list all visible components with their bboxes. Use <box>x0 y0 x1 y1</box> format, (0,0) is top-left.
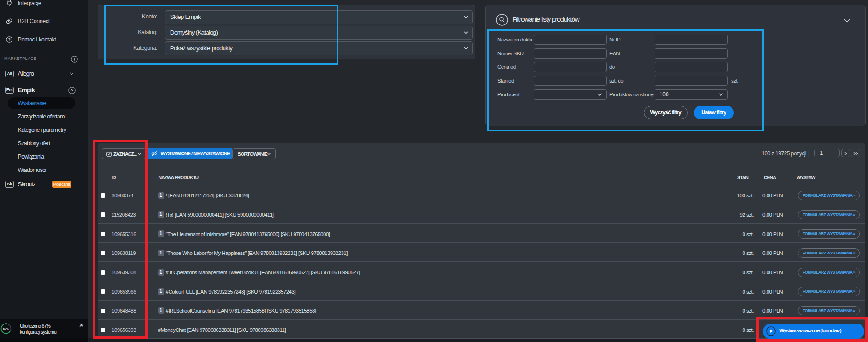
svg-text:67%: 67% <box>3 327 9 330</box>
svg-text:?: ? <box>8 37 11 42</box>
